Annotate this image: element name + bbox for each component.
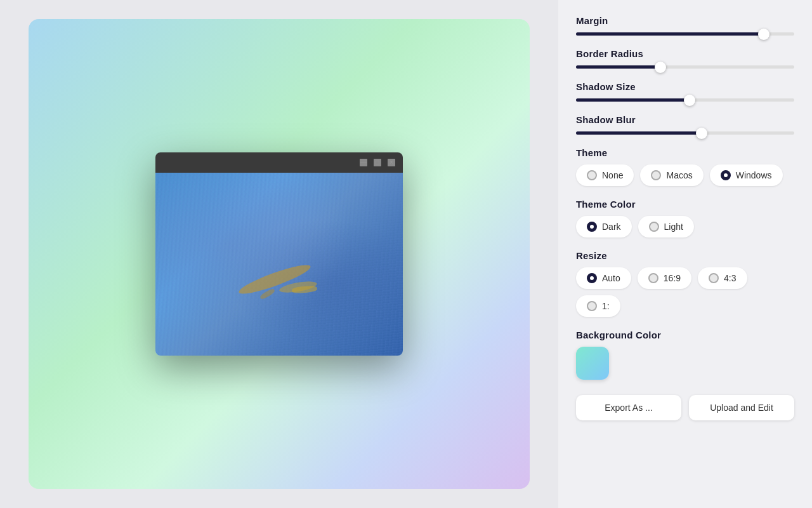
background-color-label: Background Color	[576, 330, 794, 340]
shadow-blur-slider[interactable]	[576, 131, 794, 135]
resize-4-3-option[interactable]: 4:3	[698, 267, 747, 289]
theme-windows-option[interactable]: Windows	[710, 164, 783, 186]
maximize-btn[interactable]: □	[374, 159, 381, 166]
minimize-btn[interactable]: —	[360, 159, 367, 166]
resize-label: Resize	[576, 250, 794, 261]
theme-windows-radio-dot	[721, 170, 731, 180]
resize-16-9-option[interactable]: 16:9	[638, 267, 691, 289]
theme-windows-label: Windows	[736, 170, 772, 180]
theme-color-light-label: Light	[664, 222, 683, 232]
window-mockup: — □ ×	[155, 152, 403, 356]
upload-button[interactable]: Upload and Edit	[689, 395, 794, 420]
theme-color-label: Theme Color	[576, 199, 794, 210]
theme-none-option[interactable]: None	[576, 164, 634, 186]
close-btn[interactable]: ×	[388, 159, 395, 166]
bottom-buttons: Export As ... Upload and Edit	[576, 395, 794, 420]
background-color-swatch[interactable]	[576, 347, 609, 380]
shadow-blur-section: Shadow Blur	[576, 114, 794, 135]
window-titlebar: — □ ×	[155, 152, 403, 173]
border-radius-slider[interactable]	[576, 65, 794, 69]
theme-color-section: Theme Color Dark Light	[576, 199, 794, 237]
resize-auto-label: Auto	[602, 273, 620, 283]
theme-macos-label: Macos	[666, 170, 692, 180]
border-radius-label: Border Radius	[576, 48, 794, 59]
shadow-size-section: Shadow Size	[576, 81, 794, 102]
theme-color-dark-option[interactable]: Dark	[576, 216, 632, 237]
theme-color-dark-dot	[587, 222, 597, 232]
theme-label: Theme	[576, 147, 794, 158]
background-color-section: Background Color	[576, 330, 794, 380]
border-radius-section: Border Radius	[576, 48, 794, 69]
right-panel: Margin Border Radius Shadow Size Shadow …	[558, 0, 812, 508]
theme-radio-group: None Macos Windows	[576, 164, 794, 186]
resize-section: Resize Auto 16:9 4:3 1:	[576, 250, 794, 317]
resize-1-1-dot	[587, 301, 597, 311]
shadow-size-label: Shadow Size	[576, 81, 794, 92]
theme-none-label: None	[602, 170, 623, 180]
resize-radio-group: Auto 16:9 4:3 1:	[576, 267, 794, 317]
resize-4-3-dot	[709, 273, 719, 283]
resize-1-1-label: 1:	[602, 301, 610, 311]
margin-slider[interactable]	[576, 32, 794, 36]
left-panel: — □ ×	[0, 0, 558, 508]
resize-auto-dot	[587, 273, 597, 283]
theme-macos-option[interactable]: Macos	[640, 164, 703, 186]
resize-16-9-dot	[648, 273, 658, 283]
theme-none-radio-dot	[587, 170, 597, 180]
resize-16-9-label: 16:9	[664, 273, 681, 283]
margin-label: Margin	[576, 15, 794, 26]
shadow-blur-label: Shadow Blur	[576, 114, 794, 125]
shadow-size-slider[interactable]	[576, 98, 794, 102]
titlebar-controls: — □ ×	[360, 159, 395, 166]
export-button[interactable]: Export As ...	[576, 395, 681, 420]
theme-color-radio-group: Dark Light	[576, 216, 794, 237]
theme-section: Theme None Macos Windows	[576, 147, 794, 186]
theme-color-light-option[interactable]: Light	[638, 216, 694, 237]
theme-color-light-dot	[649, 222, 659, 232]
resize-1-1-option[interactable]: 1:	[576, 295, 620, 317]
canvas-area: — □ ×	[29, 19, 530, 489]
theme-macos-radio-dot	[651, 170, 661, 180]
margin-section: Margin	[576, 15, 794, 36]
resize-auto-option[interactable]: Auto	[576, 267, 631, 289]
window-content	[155, 173, 403, 356]
theme-color-dark-label: Dark	[602, 222, 621, 232]
resize-4-3-label: 4:3	[724, 273, 736, 283]
